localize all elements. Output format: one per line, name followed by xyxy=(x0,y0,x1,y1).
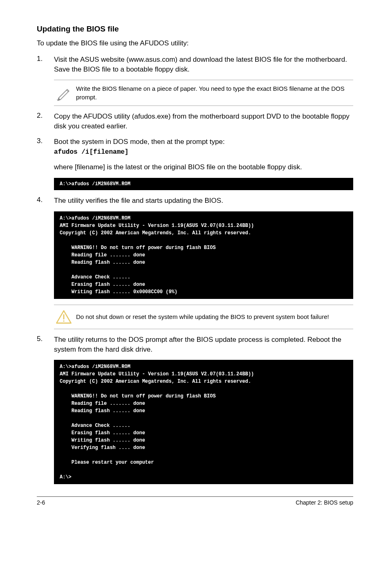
terminal-output-2: A:\>afudos /iM2N68VM.ROM AMI Firmware Up… xyxy=(54,211,353,299)
pencil-icon xyxy=(54,84,74,101)
step-number: 4. xyxy=(37,196,54,206)
warning-icon xyxy=(54,309,74,325)
terminal-output-1: A:\>afudos /iM2N68VM.ROM xyxy=(54,178,353,190)
terminal-output-3: A:\>afudos /iM2N68VM.ROM AMI Firmware Up… xyxy=(54,360,353,484)
page-footer: 2-6 Chapter 2: BIOS setup xyxy=(37,496,353,506)
step-4: 4. The utility verifies the file and sta… xyxy=(37,196,353,206)
step-content: The utility verifies the file and starts… xyxy=(54,196,353,206)
step-number: 5. xyxy=(37,335,54,355)
step-3: 3. Boot the system in DOS mode, then at … xyxy=(37,137,353,157)
page-number: 2-6 xyxy=(37,499,45,506)
step-text: Boot the system in DOS mode, then at the… xyxy=(54,138,225,146)
step-content: Copy the AFUDOS utility (afudos.exe) fro… xyxy=(54,112,353,131)
step-content: The utility returns to the DOS prompt af… xyxy=(54,335,353,355)
step-content: Boot the system in DOS mode, then at the… xyxy=(54,137,353,157)
note-text: Write the BIOS filename on a piece of pa… xyxy=(74,84,353,101)
warning-text: Do not shut down or reset the system whi… xyxy=(74,312,353,321)
step-number: 2. xyxy=(37,112,54,131)
step-number: 1. xyxy=(37,55,54,74)
code-command: afudos /i[filename] xyxy=(54,148,353,157)
intro-text: To update the BIOS file using the AFUDOS… xyxy=(37,38,353,48)
step-1: 1. Visit the ASUS website (www.asus.com)… xyxy=(37,55,353,74)
step-number: 3. xyxy=(37,137,54,157)
chapter-label: Chapter 2: BIOS setup xyxy=(296,499,353,506)
note-box: Write the BIOS filename on a piece of pa… xyxy=(54,80,353,106)
section-heading: Updating the BIOS file xyxy=(37,25,353,34)
warning-box: Do not shut down or reset the system whi… xyxy=(54,305,353,329)
step-content: Visit the ASUS website (www.asus.com) an… xyxy=(54,55,353,74)
step-2: 2. Copy the AFUDOS utility (afudos.exe) … xyxy=(37,112,353,131)
svg-point-1 xyxy=(63,320,64,321)
step-note: where [filename] is the latest or the or… xyxy=(54,162,353,172)
step-5: 5. The utility returns to the DOS prompt… xyxy=(37,335,353,355)
